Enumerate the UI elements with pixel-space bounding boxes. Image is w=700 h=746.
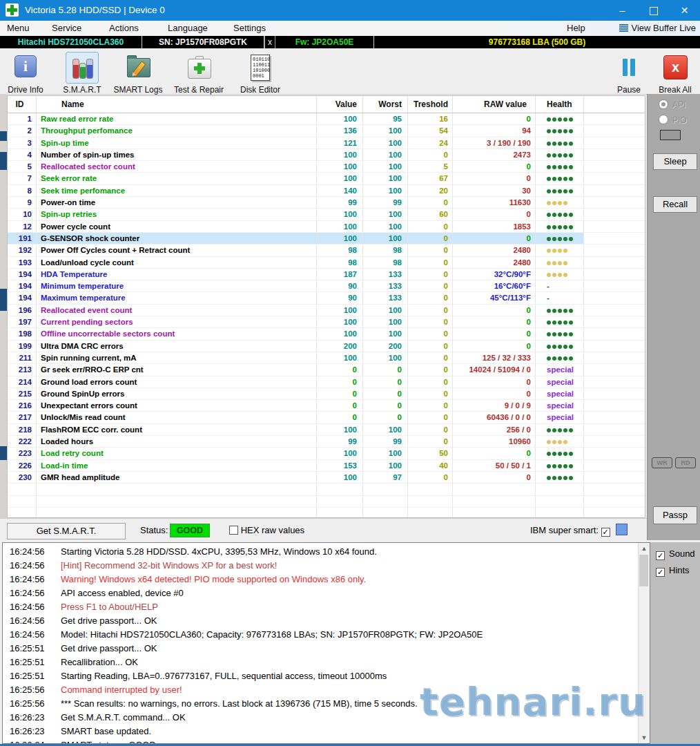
header-id[interactable]: ID xyxy=(8,96,37,113)
get-smart-button[interactable]: Get S.M.A.R.T. xyxy=(7,523,126,539)
table-row[interactable]: 1Raw read error rate10095160 xyxy=(8,113,645,125)
table-row[interactable]: 211Spin running current, mA1001000125 / … xyxy=(8,352,645,364)
log-line: 16:24:56API access enabled, device #0 xyxy=(3,586,650,600)
api-radio[interactable]: API xyxy=(659,99,686,111)
cell-value xyxy=(317,484,363,495)
smart-button[interactable]: S.M.A.R.T xyxy=(59,52,105,95)
break-all-button[interactable]: x Break All xyxy=(654,52,696,95)
scroll-up-icon[interactable]: ▲ xyxy=(639,543,650,554)
table-row[interactable]: 216Unexpectant errors count0009 / 0 / 9s… xyxy=(8,400,645,412)
table-row[interactable]: 214Ground load errors count0000special xyxy=(8,376,645,388)
table-row[interactable]: 9Power-on time9999011630 xyxy=(8,197,645,209)
table-row[interactable]: 226Load-in time1531004050 / 50 / 1 xyxy=(8,460,645,472)
table-row[interactable]: 215Ground SpinUp errors0000special xyxy=(8,388,645,400)
sound-checkbox[interactable]: ✓Sound xyxy=(656,548,695,560)
cell-id: 2 xyxy=(8,125,37,137)
health-dot xyxy=(558,261,562,265)
table-row[interactable]: 230GMR head amplitude1009700 xyxy=(8,472,645,484)
table-row[interactable]: 10Spin-up retries100100600 xyxy=(8,209,645,220)
cell-value: 99 xyxy=(317,436,363,448)
drive-info-button[interactable]: i Drive Info xyxy=(3,52,48,95)
cell-health xyxy=(536,328,584,340)
table-row[interactable]: 217Unlock/Mis read count00060436 / 0 / 0… xyxy=(8,412,645,423)
cell-id: 222 xyxy=(8,436,37,448)
table-row[interactable]: 191G-SENSOR shock counter10010000 xyxy=(8,233,645,245)
table-row[interactable]: 194HDA Temperature187133032°C/90°F xyxy=(8,269,645,280)
scroll-down-icon[interactable]: ▼ xyxy=(639,732,650,743)
cell-value: 0 xyxy=(317,376,363,388)
log-timestamp: 16:25:56 xyxy=(10,683,51,697)
table-row[interactable]: 7Seek error rate100100670 xyxy=(8,173,645,184)
disk-editor-button[interactable]: 0101101100111010000001 Disk Editor xyxy=(233,52,287,95)
table-row[interactable]: 193Load/unload cycle count989802480 xyxy=(8,257,645,269)
health-dot xyxy=(547,440,551,444)
table-row[interactable]: 8Seek time perfomance1401002030 xyxy=(8,185,645,197)
test-repair-button[interactable]: Test & Repair xyxy=(168,52,229,95)
cell-health xyxy=(536,113,584,125)
pio-radio[interactable]: PIO xyxy=(659,115,687,126)
header-name[interactable]: Name xyxy=(37,96,317,113)
ibm-color-swatch[interactable] xyxy=(616,524,628,535)
table-row[interactable]: 222Loaded hours9999010960 xyxy=(8,436,645,448)
header-treshold[interactable]: Treshold xyxy=(408,96,453,113)
header-worst[interactable]: Worst xyxy=(363,96,408,113)
table-row[interactable]: 218FlashROM ECC corr. count1001000256 / … xyxy=(8,424,645,436)
hints-checkbox-icon: ✓ xyxy=(656,568,665,577)
health-dot xyxy=(547,261,551,265)
table-row[interactable]: 194Maximum temperature90133045°C/113°F- xyxy=(8,292,645,304)
health-dot xyxy=(552,201,556,205)
table-row[interactable]: 3Spin-up time121100243 / 190 / 190 xyxy=(8,137,645,149)
ibm-super-smart-checkbox[interactable]: IBM super smart: ✓ xyxy=(530,519,628,542)
cell-worst: 99 xyxy=(363,436,408,448)
view-buffer-live[interactable]: View Buffer Live xyxy=(619,21,696,36)
menu-item-settings[interactable]: Settings xyxy=(233,21,266,36)
device-x-badge[interactable]: x xyxy=(264,36,275,48)
table-row[interactable]: 4Number of spin-up times10010002473 xyxy=(8,149,645,161)
health-dot xyxy=(547,345,551,349)
passp-button[interactable]: Passp xyxy=(653,506,697,524)
cell-worst: 100 xyxy=(363,328,408,340)
scroll-thumb[interactable] xyxy=(639,555,648,586)
table-row[interactable]: 197Current pending sectors10010000 xyxy=(8,316,645,328)
hex-raw-values-checkbox[interactable]: HEX raw values xyxy=(229,519,304,542)
cell-health xyxy=(536,341,584,352)
menu-item-service[interactable]: Service xyxy=(52,21,81,36)
menu-item-menu[interactable]: Menu xyxy=(7,21,30,36)
table-row[interactable]: 2Throughput perfomance1361005494 xyxy=(8,125,645,137)
app-icon xyxy=(6,3,19,17)
health-dot xyxy=(569,165,573,169)
health-dot xyxy=(552,440,556,444)
pause-button[interactable]: Pause xyxy=(610,52,648,95)
table-row[interactable]: 199Ultra DMA CRC errors20020000 xyxy=(8,341,645,352)
close-button[interactable]: ✕ xyxy=(669,0,700,21)
menu-item-language[interactable]: Language xyxy=(168,21,208,36)
table-row[interactable]: 194Minimum temperature90133016°C/60°F- xyxy=(8,280,645,292)
hints-checkbox[interactable]: ✓Hints xyxy=(656,564,690,577)
minimize-button[interactable]: – xyxy=(607,0,638,21)
smart-logs-button[interactable]: SMART Logs xyxy=(110,52,166,95)
health-dot xyxy=(569,153,573,157)
header-health[interactable]: Health xyxy=(536,96,584,113)
wr-button[interactable]: WR xyxy=(652,457,672,468)
table-row[interactable]: 213Gr seek err/RRO-C ERP cnt00014024 / 5… xyxy=(8,364,645,376)
table-row[interactable]: 223Load retry count100100500 xyxy=(8,448,645,459)
table-row[interactable]: 12Power cycle count10010001853 xyxy=(8,221,645,233)
cell-health xyxy=(536,448,584,459)
menu-item-actions[interactable]: Actions xyxy=(109,21,139,36)
sleep-button[interactable]: Sleep xyxy=(653,153,697,170)
table-row[interactable]: 192Power Off Cycles count + Retract coun… xyxy=(8,245,645,256)
header-raw[interactable]: RAW value xyxy=(453,96,536,113)
table-row[interactable]: 5Reallocated sector count10010050 xyxy=(8,161,645,173)
header-value[interactable]: Value xyxy=(317,96,363,113)
menu-item-help[interactable]: Help xyxy=(567,21,585,36)
recall-button[interactable]: Recall xyxy=(653,196,697,213)
maximize-button[interactable] xyxy=(638,0,669,21)
log-line: 16:24:56Model: Hitachi HDS721050CLA360; … xyxy=(3,628,650,642)
log-panel[interactable]: 16:24:56Starting Victoria 5.28 HDD/SSD. … xyxy=(2,542,650,744)
table-row[interactable]: 198Offline uncorrectable sectors count10… xyxy=(8,328,645,340)
rd-button[interactable]: RD xyxy=(675,457,696,468)
log-message: Get drive passport... OK xyxy=(61,643,157,653)
log-scrollbar[interactable]: ▲ ▼ xyxy=(638,543,650,743)
health-dot xyxy=(558,237,562,241)
table-row[interactable]: 196Reallocated event count10010000 xyxy=(8,305,645,316)
